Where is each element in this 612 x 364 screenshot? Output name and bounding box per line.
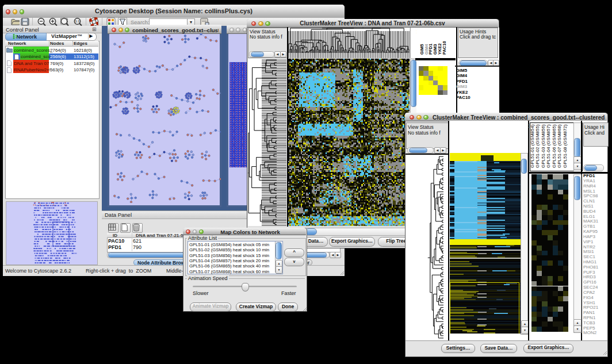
svg-text:CLN1: CLN1 (583, 198, 595, 204)
svg-text:CPA2: CPA2 (583, 290, 595, 295)
svg-text:GIM5: GIM5 (456, 68, 468, 73)
svg-text:PAC10: PAC10 (456, 95, 471, 99)
svg-text:PFD1: PFD1 (583, 173, 595, 178)
svg-text:YRA1: YRA1 (583, 178, 595, 183)
svg-text:PFD1: PFD1 (456, 79, 468, 84)
svg-text:BUD4: BUD4 (583, 209, 596, 214)
svg-text:SPC98: SPC98 (583, 193, 598, 198)
svg-text:NTR2: NTR2 (583, 244, 595, 250)
svg-text:PAN1: PAN1 (583, 310, 595, 315)
svg-text:MSL1: MSL1 (583, 189, 595, 194)
svg-text:RPN1: RPN1 (583, 315, 596, 320)
svg-text:MAK31: MAK31 (583, 219, 599, 224)
svg-text:YSH1: YSH1 (583, 300, 595, 305)
svg-text:GPI16: GPI16 (583, 279, 596, 285)
svg-text:VIP1: VIP1 (583, 239, 594, 244)
svg-text:PUF3: PUF3 (583, 270, 595, 275)
svg-text:NIS1: NIS1 (583, 204, 594, 209)
svg-text:PAC10: PAC10 (442, 41, 447, 55)
svg-text:PHO81: PHO81 (583, 265, 599, 270)
svg-text:PEP5: PEP5 (583, 325, 595, 331)
svg-text:HAP3: HAP3 (583, 234, 595, 239)
svg-text:HRD3: HRD3 (583, 274, 596, 279)
svg-text:SEC24: SEC24 (583, 285, 598, 290)
svg-text:MSI1: MSI1 (583, 249, 594, 254)
svg-text:MON2: MON2 (583, 330, 597, 335)
svg-text:FIG4: FIG4 (583, 295, 594, 300)
svg-text:GTB1: GTB1 (583, 224, 595, 229)
svg-text:KAP95: KAP95 (583, 229, 598, 234)
svg-text:ELG1: ELG1 (583, 214, 595, 219)
svg-text:RPO21: RPO21 (583, 305, 599, 310)
svg-text:SEC1: SEC1 (583, 254, 595, 259)
svg-text:HMG1: HMG1 (583, 259, 597, 265)
svg-text:GIM3: GIM3 (456, 84, 468, 89)
svg-text:TCB3: TCB3 (583, 320, 595, 325)
svg-text:1:1: 1:1 (75, 20, 80, 23)
svg-text:GIM4: GIM4 (456, 73, 468, 78)
svg-text:YKE2: YKE2 (456, 90, 468, 95)
svg-text:RNR4: RNR4 (583, 183, 596, 189)
